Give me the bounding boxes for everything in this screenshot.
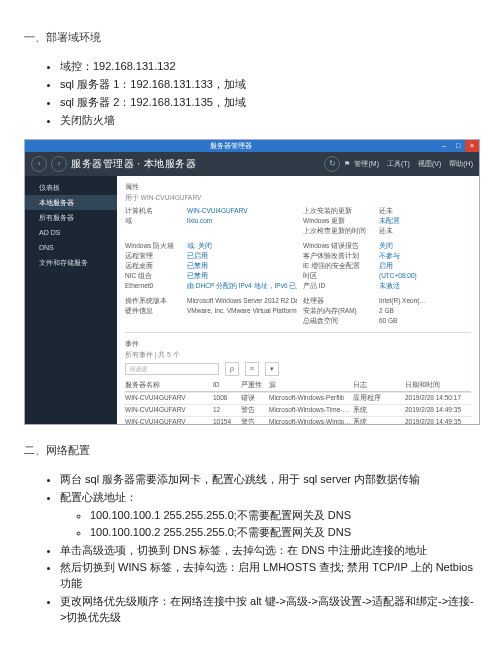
- prop-label: [125, 317, 181, 326]
- net-list: 两台 sql 服务器需要添加网卡，配置心跳线，用于 sql server 内部数…: [24, 472, 478, 626]
- cell: 警告: [241, 418, 267, 424]
- sidebar-item-dns[interactable]: DNS: [25, 240, 117, 255]
- sidebar-item-dashboard[interactable]: 仪表板: [25, 180, 117, 195]
- list-item: 两台 sql 服务器需要添加网卡，配置心跳线，用于 sql server 内部数…: [60, 472, 478, 488]
- sidebar-item-local[interactable]: 本地服务器: [25, 195, 117, 210]
- prop-label: 上次安装的更新: [303, 207, 373, 216]
- section2-title: 二、网络配置: [24, 443, 478, 458]
- list-item-label: 配置心跳地址：: [60, 491, 137, 503]
- cell: 错误: [241, 394, 267, 403]
- top-menu: 管理(M) 工具(T) 视图(V) 帮助(H): [354, 159, 473, 169]
- cell: 系统: [353, 418, 403, 424]
- prop-label: 计算机名: [125, 207, 181, 216]
- prop-value: Intel(R) Xeon(…: [379, 297, 471, 306]
- cell: 系统: [353, 406, 403, 415]
- prop-value: 60 GB: [379, 317, 471, 326]
- prop-label: 时区: [303, 272, 373, 281]
- events-filter-input[interactable]: 筛选器: [125, 363, 219, 375]
- cell: 2019/2/28 14:50:17: [405, 394, 471, 403]
- sidebar-item-all[interactable]: 所有服务器: [25, 210, 117, 225]
- prop-value[interactable]: 启用: [379, 262, 471, 271]
- flag-icon[interactable]: ⚑: [344, 160, 350, 168]
- list-item: 100.100.100.1 255.255.255.0;不需要配置网关及 DNS: [90, 508, 478, 524]
- prop-label: Windows 防火墙: [125, 242, 181, 251]
- prop-label: Windows 错误报告: [303, 242, 373, 251]
- prop-label: 域: [125, 217, 181, 226]
- sidebar-item-file[interactable]: 文件和存储服务: [25, 255, 117, 270]
- events-sub: 所有事件 | 共 5 个: [125, 351, 471, 360]
- nav-back-button[interactable]: ‹: [31, 156, 47, 172]
- menu-item[interactable]: 工具(T): [387, 159, 410, 169]
- prop-value: [187, 227, 297, 236]
- col[interactable]: 源: [269, 381, 351, 390]
- prop-label: 产品 ID: [303, 282, 373, 291]
- cell: 10154: [213, 418, 239, 424]
- prop-label: NIC 组合: [125, 272, 181, 281]
- menu-item[interactable]: 视图(V): [418, 159, 441, 169]
- properties-header: 属性: [125, 182, 139, 192]
- list-item: 配置心跳地址： 100.100.100.1 255.255.255.0;不需要配…: [60, 490, 478, 541]
- list-item: 域控：192.168.131.132: [60, 59, 478, 75]
- col[interactable]: 日期和时间: [405, 381, 471, 390]
- window-minimize-button[interactable]: –: [437, 140, 451, 152]
- prop-value: VMware, Inc. VMware Virtual Platform: [187, 307, 297, 316]
- prop-label: Windows 更新: [303, 217, 373, 226]
- prop-value[interactable]: WIN-CVUI4GUFARV: [187, 207, 297, 216]
- prop-value[interactable]: 已启用: [187, 252, 297, 261]
- list-item: 更改网络优先级顺序：在网络连接中按 alt 键->高级->高级设置->适配器和绑…: [60, 594, 478, 626]
- prop-value[interactable]: 由 DHCP 分配的 IPv4 地址，IPv6 已启用: [187, 282, 297, 291]
- prop-value[interactable]: 不参与: [379, 252, 471, 261]
- prop-value[interactable]: lixiu.com: [187, 217, 297, 226]
- prop-label: 客户体验改善计划: [303, 252, 373, 261]
- prop-value[interactable]: 域: 关闭: [187, 242, 297, 251]
- prop-value[interactable]: 未配置: [379, 217, 471, 226]
- table-row[interactable]: WIN-CVUI4GUFARV 12 警告 Microsoft-Windows-…: [125, 404, 471, 416]
- window-maximize-button[interactable]: □: [451, 140, 465, 152]
- breadcrumb-title: 服务器管理器 · 本地服务器: [71, 157, 196, 171]
- events-table: 服务器名称 ID 严重性 源 日志 日期和时间 WIN-CVUI4GUFARV …: [125, 380, 471, 424]
- col[interactable]: 服务器名称: [125, 381, 211, 390]
- prop-label: IE 增强的安全配置: [303, 262, 373, 271]
- prop-label: Ethernet0: [125, 282, 181, 291]
- properties-subtitle: 用于 WIN-CVUI4GUFARV: [125, 194, 471, 203]
- cell: Microsoft-Windows-Windows Remote Managem…: [269, 418, 351, 424]
- menu-item[interactable]: 管理(M): [354, 159, 379, 169]
- col[interactable]: 严重性: [241, 381, 267, 390]
- refresh-icon[interactable]: ↻: [324, 156, 340, 172]
- prop-value: [187, 317, 297, 326]
- prop-label: 硬件信息: [125, 307, 181, 316]
- menu-item[interactable]: 帮助(H): [449, 159, 473, 169]
- prop-value: 还未: [379, 207, 471, 216]
- prop-value[interactable]: 已禁用: [187, 272, 297, 281]
- list-item: 单击高级选项，切换到 DNS 标签，去掉勾选：在 DNS 中注册此连接的地址: [60, 543, 478, 559]
- sidebar-item-adds[interactable]: AD DS: [25, 225, 117, 240]
- search-icon[interactable]: ρ: [225, 362, 239, 376]
- main-panel: 属性 用于 WIN-CVUI4GUFARV 计算机名 WIN-CVUI4GUFA…: [117, 176, 479, 424]
- prop-label: 远程管理: [125, 252, 181, 261]
- window-close-button[interactable]: ×: [465, 140, 479, 152]
- cell: 1008: [213, 394, 239, 403]
- list-item: 100.100.100.2 255.255.255.0;不需要配置网关及 DNS: [90, 525, 478, 541]
- table-row[interactable]: WIN-CVUI4GUFARV 10154 警告 Microsoft-Windo…: [125, 416, 471, 424]
- cell: 12: [213, 406, 239, 415]
- dropdown-icon[interactable]: ▾: [265, 362, 279, 376]
- cell: WIN-CVUI4GUFARV: [125, 406, 211, 415]
- window-title: 服务器管理器: [25, 140, 437, 152]
- nav-forward-button[interactable]: ›: [51, 156, 67, 172]
- prop-value[interactable]: 关闭: [379, 242, 471, 251]
- col[interactable]: ID: [213, 381, 239, 390]
- prop-value[interactable]: 已禁用: [187, 262, 297, 271]
- filter-icon[interactable]: ≡: [245, 362, 259, 376]
- prop-value[interactable]: (UTC+08:00): [379, 272, 471, 281]
- col[interactable]: 日志: [353, 381, 403, 390]
- section1-title: 一、部署域环境: [24, 30, 478, 45]
- prop-value[interactable]: 未激活: [379, 282, 471, 291]
- table-row[interactable]: WIN-CVUI4GUFARV 1008 错误 Microsoft-Window…: [125, 392, 471, 404]
- prop-label: 安装的内存(RAM): [303, 307, 373, 316]
- prop-label: 远程桌面: [125, 262, 181, 271]
- cell: WIN-CVUI4GUFARV: [125, 394, 211, 403]
- list-item: 关闭防火墙: [60, 113, 478, 129]
- prop-value: 2 GB: [379, 307, 471, 316]
- prop-value: Microsoft Windows Server 2012 R2 Datacen…: [187, 297, 297, 306]
- cell: 应用程序: [353, 394, 403, 403]
